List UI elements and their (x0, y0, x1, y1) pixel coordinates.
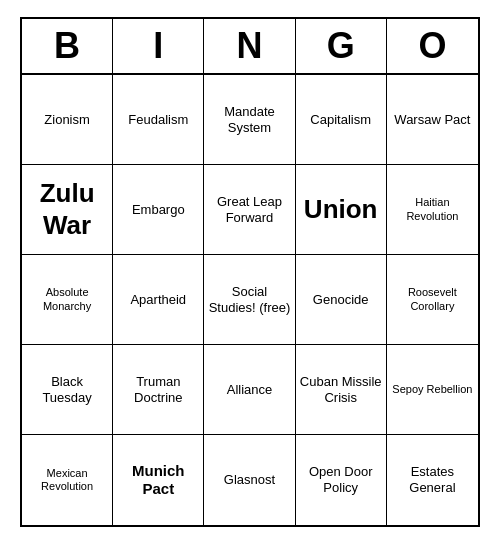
cell-text: Feudalism (128, 112, 188, 128)
cell-text: Genocide (313, 292, 369, 308)
bingo-cell: Sepoy Rebellion (387, 345, 478, 435)
cell-text: Zionism (44, 112, 90, 128)
cell-text: Apartheid (130, 292, 186, 308)
bingo-cell: Cuban Missile Crisis (296, 345, 387, 435)
cell-text: Estates General (391, 464, 474, 495)
header-letter: O (387, 19, 478, 73)
bingo-cell: Great Leap Forward (204, 165, 295, 255)
cell-text: Alliance (227, 382, 273, 398)
cell-text: Haitian Revolution (391, 196, 474, 222)
bingo-cell: Zulu War (22, 165, 113, 255)
cell-text: Sepoy Rebellion (392, 383, 472, 396)
cell-text: Zulu War (26, 178, 108, 240)
bingo-cell: Munich Pact (113, 435, 204, 525)
header-letter: N (204, 19, 295, 73)
bingo-cell: Apartheid (113, 255, 204, 345)
bingo-grid: ZionismFeudalismMandate SystemCapitalism… (22, 75, 478, 525)
cell-text: Social Studies! (free) (208, 284, 290, 315)
cell-text: Cuban Missile Crisis (300, 374, 382, 405)
bingo-cell: Black Tuesday (22, 345, 113, 435)
header-letter: G (296, 19, 387, 73)
bingo-cell: Open Door Policy (296, 435, 387, 525)
cell-text: Truman Doctrine (117, 374, 199, 405)
cell-text: Absolute Monarchy (26, 286, 108, 312)
bingo-cell: Capitalism (296, 75, 387, 165)
bingo-cell: Feudalism (113, 75, 204, 165)
cell-text: Union (304, 194, 378, 225)
header-letter: I (113, 19, 204, 73)
cell-text: Roosevelt Corollary (391, 286, 474, 312)
bingo-card: BINGO ZionismFeudalismMandate SystemCapi… (20, 17, 480, 527)
cell-text: Capitalism (310, 112, 371, 128)
cell-text: Glasnost (224, 472, 275, 488)
header-letter: B (22, 19, 113, 73)
cell-text: Munich Pact (117, 462, 199, 498)
bingo-cell: Social Studies! (free) (204, 255, 295, 345)
cell-text: Black Tuesday (26, 374, 108, 405)
bingo-cell: Alliance (204, 345, 295, 435)
cell-text: Embargo (132, 202, 185, 218)
bingo-cell: Mexican Revolution (22, 435, 113, 525)
bingo-cell: Genocide (296, 255, 387, 345)
cell-text: Mandate System (208, 104, 290, 135)
bingo-header: BINGO (22, 19, 478, 75)
cell-text: Open Door Policy (300, 464, 382, 495)
bingo-cell: Estates General (387, 435, 478, 525)
cell-text: Great Leap Forward (208, 194, 290, 225)
cell-text: Mexican Revolution (26, 467, 108, 493)
bingo-cell: Mandate System (204, 75, 295, 165)
bingo-cell: Absolute Monarchy (22, 255, 113, 345)
bingo-cell: Haitian Revolution (387, 165, 478, 255)
bingo-cell: Zionism (22, 75, 113, 165)
cell-text: Warsaw Pact (394, 112, 470, 128)
bingo-cell: Embargo (113, 165, 204, 255)
bingo-cell: Truman Doctrine (113, 345, 204, 435)
bingo-cell: Warsaw Pact (387, 75, 478, 165)
bingo-cell: Union (296, 165, 387, 255)
bingo-cell: Glasnost (204, 435, 295, 525)
bingo-cell: Roosevelt Corollary (387, 255, 478, 345)
